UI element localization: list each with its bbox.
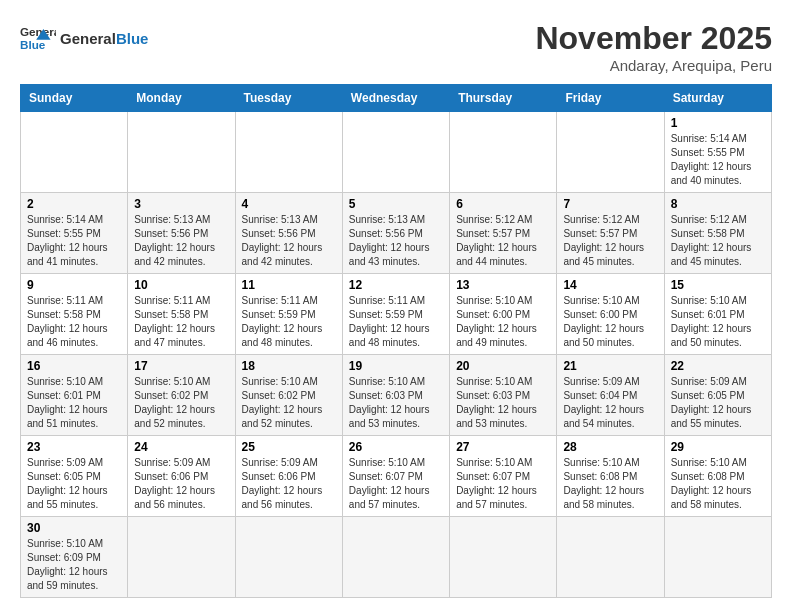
day-info: Sunrise: 5:10 AM Sunset: 6:01 PM Dayligh… xyxy=(27,375,121,431)
day-info: Sunrise: 5:10 AM Sunset: 6:07 PM Dayligh… xyxy=(456,456,550,512)
day-number: 11 xyxy=(242,278,336,292)
calendar-cell: 4Sunrise: 5:13 AM Sunset: 5:56 PM Daylig… xyxy=(235,193,342,274)
day-number: 29 xyxy=(671,440,765,454)
weekday-header-thursday: Thursday xyxy=(450,85,557,112)
day-info: Sunrise: 5:12 AM Sunset: 5:57 PM Dayligh… xyxy=(456,213,550,269)
calendar-cell: 18Sunrise: 5:10 AM Sunset: 6:02 PM Dayli… xyxy=(235,355,342,436)
day-number: 6 xyxy=(456,197,550,211)
calendar-cell: 17Sunrise: 5:10 AM Sunset: 6:02 PM Dayli… xyxy=(128,355,235,436)
calendar-cell: 26Sunrise: 5:10 AM Sunset: 6:07 PM Dayli… xyxy=(342,436,449,517)
day-info: Sunrise: 5:09 AM Sunset: 6:06 PM Dayligh… xyxy=(242,456,336,512)
calendar-cell xyxy=(235,112,342,193)
day-info: Sunrise: 5:10 AM Sunset: 6:00 PM Dayligh… xyxy=(563,294,657,350)
week-row-4: 23Sunrise: 5:09 AM Sunset: 6:05 PM Dayli… xyxy=(21,436,772,517)
calendar-cell: 24Sunrise: 5:09 AM Sunset: 6:06 PM Dayli… xyxy=(128,436,235,517)
day-info: Sunrise: 5:10 AM Sunset: 6:03 PM Dayligh… xyxy=(456,375,550,431)
week-row-0: 1Sunrise: 5:14 AM Sunset: 5:55 PM Daylig… xyxy=(21,112,772,193)
calendar-cell: 6Sunrise: 5:12 AM Sunset: 5:57 PM Daylig… xyxy=(450,193,557,274)
logo: General Blue GeneralBlue xyxy=(20,20,148,56)
calendar-cell: 12Sunrise: 5:11 AM Sunset: 5:59 PM Dayli… xyxy=(342,274,449,355)
calendar-cell xyxy=(450,112,557,193)
day-number: 24 xyxy=(134,440,228,454)
day-info: Sunrise: 5:09 AM Sunset: 6:06 PM Dayligh… xyxy=(134,456,228,512)
calendar-cell: 25Sunrise: 5:09 AM Sunset: 6:06 PM Dayli… xyxy=(235,436,342,517)
calendar-cell: 7Sunrise: 5:12 AM Sunset: 5:57 PM Daylig… xyxy=(557,193,664,274)
calendar-cell: 21Sunrise: 5:09 AM Sunset: 6:04 PM Dayli… xyxy=(557,355,664,436)
weekday-header-row: SundayMondayTuesdayWednesdayThursdayFrid… xyxy=(21,85,772,112)
day-info: Sunrise: 5:11 AM Sunset: 5:58 PM Dayligh… xyxy=(27,294,121,350)
day-number: 4 xyxy=(242,197,336,211)
calendar-cell: 22Sunrise: 5:09 AM Sunset: 6:05 PM Dayli… xyxy=(664,355,771,436)
calendar-cell: 30Sunrise: 5:10 AM Sunset: 6:09 PM Dayli… xyxy=(21,517,128,598)
calendar-cell xyxy=(128,112,235,193)
calendar-cell: 1Sunrise: 5:14 AM Sunset: 5:55 PM Daylig… xyxy=(664,112,771,193)
day-number: 12 xyxy=(349,278,443,292)
day-number: 26 xyxy=(349,440,443,454)
calendar-cell xyxy=(342,517,449,598)
week-row-2: 9Sunrise: 5:11 AM Sunset: 5:58 PM Daylig… xyxy=(21,274,772,355)
day-number: 19 xyxy=(349,359,443,373)
day-info: Sunrise: 5:14 AM Sunset: 5:55 PM Dayligh… xyxy=(27,213,121,269)
day-info: Sunrise: 5:12 AM Sunset: 5:58 PM Dayligh… xyxy=(671,213,765,269)
logo-text: GeneralBlue xyxy=(60,30,148,47)
day-info: Sunrise: 5:13 AM Sunset: 5:56 PM Dayligh… xyxy=(134,213,228,269)
calendar-cell: 11Sunrise: 5:11 AM Sunset: 5:59 PM Dayli… xyxy=(235,274,342,355)
weekday-header-saturday: Saturday xyxy=(664,85,771,112)
day-number: 20 xyxy=(456,359,550,373)
calendar-table: SundayMondayTuesdayWednesdayThursdayFrid… xyxy=(20,84,772,598)
day-number: 28 xyxy=(563,440,657,454)
day-info: Sunrise: 5:10 AM Sunset: 6:08 PM Dayligh… xyxy=(563,456,657,512)
weekday-header-wednesday: Wednesday xyxy=(342,85,449,112)
calendar-cell: 14Sunrise: 5:10 AM Sunset: 6:00 PM Dayli… xyxy=(557,274,664,355)
calendar-cell: 2Sunrise: 5:14 AM Sunset: 5:55 PM Daylig… xyxy=(21,193,128,274)
day-info: Sunrise: 5:09 AM Sunset: 6:05 PM Dayligh… xyxy=(671,375,765,431)
day-number: 23 xyxy=(27,440,121,454)
week-row-5: 30Sunrise: 5:10 AM Sunset: 6:09 PM Dayli… xyxy=(21,517,772,598)
calendar-cell xyxy=(557,517,664,598)
day-number: 15 xyxy=(671,278,765,292)
day-info: Sunrise: 5:10 AM Sunset: 6:02 PM Dayligh… xyxy=(134,375,228,431)
day-number: 7 xyxy=(563,197,657,211)
calendar-cell: 28Sunrise: 5:10 AM Sunset: 6:08 PM Dayli… xyxy=(557,436,664,517)
day-info: Sunrise: 5:11 AM Sunset: 5:58 PM Dayligh… xyxy=(134,294,228,350)
day-info: Sunrise: 5:10 AM Sunset: 6:03 PM Dayligh… xyxy=(349,375,443,431)
day-number: 27 xyxy=(456,440,550,454)
logo-icon: General Blue xyxy=(20,20,56,56)
calendar-cell: 3Sunrise: 5:13 AM Sunset: 5:56 PM Daylig… xyxy=(128,193,235,274)
calendar-cell: 15Sunrise: 5:10 AM Sunset: 6:01 PM Dayli… xyxy=(664,274,771,355)
day-info: Sunrise: 5:09 AM Sunset: 6:04 PM Dayligh… xyxy=(563,375,657,431)
calendar-cell: 10Sunrise: 5:11 AM Sunset: 5:58 PM Dayli… xyxy=(128,274,235,355)
calendar-cell: 13Sunrise: 5:10 AM Sunset: 6:00 PM Dayli… xyxy=(450,274,557,355)
day-info: Sunrise: 5:09 AM Sunset: 6:05 PM Dayligh… xyxy=(27,456,121,512)
weekday-header-sunday: Sunday xyxy=(21,85,128,112)
day-info: Sunrise: 5:10 AM Sunset: 6:00 PM Dayligh… xyxy=(456,294,550,350)
day-info: Sunrise: 5:10 AM Sunset: 6:07 PM Dayligh… xyxy=(349,456,443,512)
day-number: 5 xyxy=(349,197,443,211)
day-number: 13 xyxy=(456,278,550,292)
day-number: 30 xyxy=(27,521,121,535)
day-number: 1 xyxy=(671,116,765,130)
day-info: Sunrise: 5:13 AM Sunset: 5:56 PM Dayligh… xyxy=(349,213,443,269)
day-info: Sunrise: 5:13 AM Sunset: 5:56 PM Dayligh… xyxy=(242,213,336,269)
day-number: 10 xyxy=(134,278,228,292)
day-number: 3 xyxy=(134,197,228,211)
day-number: 25 xyxy=(242,440,336,454)
day-info: Sunrise: 5:11 AM Sunset: 5:59 PM Dayligh… xyxy=(349,294,443,350)
calendar-cell: 29Sunrise: 5:10 AM Sunset: 6:08 PM Dayli… xyxy=(664,436,771,517)
week-row-1: 2Sunrise: 5:14 AM Sunset: 5:55 PM Daylig… xyxy=(21,193,772,274)
calendar-cell xyxy=(235,517,342,598)
page-header: General Blue GeneralBlue November 2025 A… xyxy=(20,20,772,74)
day-number: 2 xyxy=(27,197,121,211)
calendar-title-block: November 2025 Andaray, Arequipa, Peru xyxy=(535,20,772,74)
calendar-cell: 19Sunrise: 5:10 AM Sunset: 6:03 PM Dayli… xyxy=(342,355,449,436)
day-info: Sunrise: 5:12 AM Sunset: 5:57 PM Dayligh… xyxy=(563,213,657,269)
calendar-cell xyxy=(557,112,664,193)
weekday-header-monday: Monday xyxy=(128,85,235,112)
day-info: Sunrise: 5:11 AM Sunset: 5:59 PM Dayligh… xyxy=(242,294,336,350)
week-row-3: 16Sunrise: 5:10 AM Sunset: 6:01 PM Dayli… xyxy=(21,355,772,436)
calendar-cell: 8Sunrise: 5:12 AM Sunset: 5:58 PM Daylig… xyxy=(664,193,771,274)
day-info: Sunrise: 5:14 AM Sunset: 5:55 PM Dayligh… xyxy=(671,132,765,188)
day-number: 22 xyxy=(671,359,765,373)
calendar-cell: 23Sunrise: 5:09 AM Sunset: 6:05 PM Dayli… xyxy=(21,436,128,517)
day-number: 16 xyxy=(27,359,121,373)
